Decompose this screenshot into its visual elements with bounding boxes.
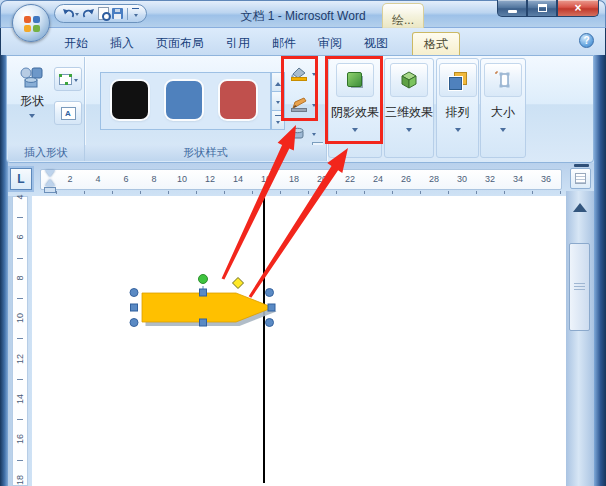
shapes-icon [19, 66, 45, 90]
group-label-insert-shapes: 插入形状 [8, 145, 84, 161]
office-button[interactable] [12, 4, 50, 42]
h-ruler-number: 26 [399, 174, 413, 184]
word-window: 文档 1 - Microsoft Word 绘... [0, 0, 606, 486]
office-logo-icon [24, 16, 31, 23]
hanging-indent-marker[interactable] [45, 179, 55, 186]
chevron-down-icon [276, 121, 280, 126]
h-ruler-tick [448, 191, 449, 194]
view-ruler-toggle-button[interactable] [570, 168, 591, 189]
v-ruler-tick [17, 298, 23, 299]
style-swatch-black[interactable] [112, 81, 148, 119]
h-ruler-number: 18 [287, 174, 301, 184]
first-line-indent-marker[interactable] [45, 170, 55, 177]
contextual-tab-group-header[interactable]: 绘... [382, 3, 424, 29]
edit-points-icon [59, 74, 72, 85]
h-ruler-number: 6 [119, 174, 133, 184]
v-ruler-tick [17, 379, 23, 380]
shapes-dropdown-icon [29, 114, 35, 121]
three-d-effects-label: 三维效果 [385, 104, 433, 121]
left-indent-marker[interactable] [44, 187, 56, 193]
chevron-down-icon [134, 14, 138, 19]
text-box-button[interactable]: A [54, 101, 82, 125]
size-dropdown-icon[interactable] [500, 128, 506, 135]
h-ruler-tick [84, 191, 85, 194]
undo-dropdown-icon[interactable] [75, 13, 79, 18]
tab-stop-selector[interactable]: L [10, 168, 32, 190]
size-button[interactable] [484, 63, 522, 97]
h-ruler-tick [140, 191, 141, 194]
customize-qat-button[interactable] [132, 8, 139, 19]
h-ruler-tick [308, 191, 309, 194]
h-ruler-tick [532, 191, 533, 194]
save-button[interactable] [112, 6, 123, 22]
h-ruler-tick [504, 191, 505, 194]
size-icon [495, 71, 512, 89]
style-swatch-blue[interactable] [166, 81, 202, 119]
v-ruler-tick [17, 338, 23, 339]
ribbon-tab-row: 开始 插入 页面布局 引用 邮件 审阅 视图 格式 [1, 28, 605, 55]
text-box-icon: A [61, 107, 76, 120]
drawn-vertical-line[interactable] [263, 198, 265, 483]
v-ruler-tick [17, 419, 23, 420]
tab-view[interactable]: 视图 [353, 32, 399, 55]
h-ruler-number: 20 [315, 174, 329, 184]
arrange-button[interactable] [439, 63, 477, 97]
tab-mailings[interactable]: 邮件 [261, 32, 307, 55]
h-ruler-tick [420, 191, 421, 194]
v-ruler-tick [17, 217, 23, 218]
three-d-effects-button[interactable] [390, 63, 428, 97]
arrange-dropdown-icon[interactable] [455, 128, 461, 135]
tab-review[interactable]: 审阅 [307, 32, 353, 55]
shapes-button-label: 形状 [20, 93, 44, 110]
arrange-icon [449, 72, 466, 88]
tab-format-active[interactable]: 格式 [412, 32, 460, 55]
h-ruler-tick [168, 191, 169, 194]
style-swatch-red[interactable] [220, 81, 256, 119]
h-ruler-number: 12 [203, 174, 217, 184]
arrange-group: 排列 [436, 58, 479, 158]
split-window-handle[interactable] [574, 164, 589, 167]
v-ruler-number: 8 [15, 271, 25, 285]
three-d-effects-dropdown-icon[interactable] [406, 128, 412, 135]
tab-home[interactable]: 开始 [53, 32, 99, 55]
h-ruler-number: 4 [91, 174, 105, 184]
size-label: 大小 [491, 104, 515, 121]
scroll-up-icon[interactable] [573, 196, 587, 212]
shapes-button[interactable]: 形状 [13, 62, 51, 138]
h-ruler-tick [224, 191, 225, 194]
help-button[interactable]: ? [579, 33, 594, 48]
close-button[interactable]: × [557, 0, 599, 17]
window-controls: × [497, 0, 599, 17]
redo-icon [82, 8, 95, 20]
annotation-box-fill-outline [281, 56, 318, 121]
print-preview-button[interactable] [98, 6, 109, 22]
document-page[interactable] [32, 196, 566, 486]
tab-page-layout[interactable]: 页面布局 [145, 32, 215, 55]
v-ruler-number: 16 [15, 432, 25, 446]
edit-points-button[interactable] [54, 67, 82, 91]
annotation-box-shadow-effects [325, 56, 383, 144]
v-ruler-tick [17, 460, 23, 461]
h-ruler-number: 14 [231, 174, 245, 184]
undo-icon [62, 8, 75, 20]
tab-insert[interactable]: 插入 [99, 32, 145, 55]
h-ruler-tick [196, 191, 197, 194]
print-preview-icon [98, 7, 109, 20]
arrange-label: 排列 [446, 104, 470, 121]
vertical-scrollbar-thumb[interactable] [569, 243, 590, 331]
h-ruler-number: 22 [343, 174, 357, 184]
tab-references[interactable]: 引用 [215, 32, 261, 55]
h-ruler-tick [336, 191, 337, 194]
h-ruler-number: 2 [63, 174, 77, 184]
undo-button[interactable] [62, 6, 79, 22]
redo-button[interactable] [82, 6, 95, 22]
minimize-button[interactable] [497, 0, 527, 17]
three-d-effects-icon [400, 71, 418, 89]
vertical-scrollbar-track[interactable] [566, 191, 594, 486]
maximize-icon [538, 4, 547, 12]
maximize-button[interactable] [527, 0, 557, 17]
group-insert-shapes: 形状 A 插入形状 [8, 57, 85, 161]
h-ruler-tick [112, 191, 113, 194]
v-ruler-number: 12 [15, 352, 25, 366]
three-d-effects-group: 三维效果 [384, 58, 434, 158]
